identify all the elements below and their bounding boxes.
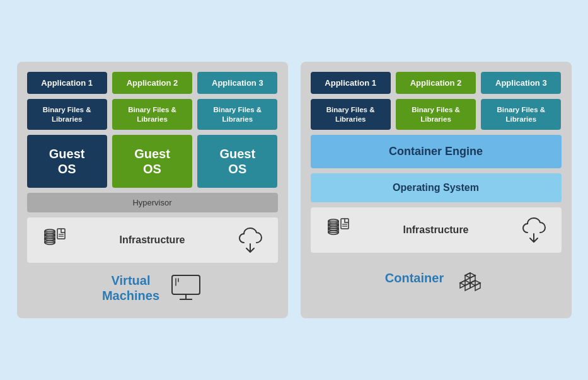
vm-diagram: Application 1 Application 2 Application … xyxy=(17,62,288,319)
svg-marker-30 xyxy=(475,283,480,291)
container-engine: Container Engine xyxy=(311,135,562,168)
vm-bin-2: Binary Files &Libraries xyxy=(112,99,192,130)
cube-icon xyxy=(454,262,487,294)
vm-guestos-1: GuestOS xyxy=(27,135,107,188)
vm-bin-1: Binary Files &Libraries xyxy=(27,99,107,130)
c-app-1: Application 1 xyxy=(311,72,391,94)
vm-apps-row: Application 1 Application 2 Application … xyxy=(27,72,278,94)
c-infrastructure: Infrastructure xyxy=(311,207,562,253)
vm-bin-3: Binary Files &Libraries xyxy=(197,99,277,130)
cloud-download-icon-container xyxy=(519,215,549,245)
vm-bin-row: Binary Files &Libraries Binary Files &Li… xyxy=(27,99,278,130)
svg-marker-33 xyxy=(470,275,475,283)
main-container: Application 1 Application 2 Application … xyxy=(4,49,584,331)
vm-guestos-3: GuestOS xyxy=(197,135,277,188)
vm-infrastructure: Infrastructure xyxy=(27,217,278,263)
cloud-download-icon-vm xyxy=(235,225,265,255)
c-infra-label: Infrastructure xyxy=(403,224,468,236)
operating-system: Operating System xyxy=(311,173,562,202)
svg-marker-27 xyxy=(465,283,470,291)
vm-guestos-row: GuestOS GuestOS GuestOS xyxy=(27,135,278,188)
container-title: Container xyxy=(385,270,444,285)
c-bin-1: Binary Files &Libraries xyxy=(311,99,391,130)
vm-app-1: Application 1 xyxy=(27,72,107,94)
c-bin-row: Binary Files &Libraries Binary Files &Li… xyxy=(311,99,562,130)
container-label-row: Container xyxy=(311,258,562,298)
c-app-2: Application 2 xyxy=(396,72,476,94)
vm-app-2: Application 2 xyxy=(112,72,192,94)
container-diagram: Application 1 Application 2 Application … xyxy=(301,62,572,319)
vm-app-3: Application 3 xyxy=(197,72,277,94)
vm-hypervisor: Hypervisor xyxy=(27,193,278,212)
c-bin-2: Binary Files &Libraries xyxy=(396,99,476,130)
vm-guestos-2: GuestOS xyxy=(112,135,192,188)
vm-infra-label: Infrastructure xyxy=(119,234,185,246)
vm-label-row: VirtualMachines xyxy=(27,268,278,308)
c-app-3: Application 3 xyxy=(481,72,561,94)
monitor-icon xyxy=(170,272,202,304)
c-bin-3: Binary Files &Libraries xyxy=(481,99,561,130)
vm-title: VirtualMachines xyxy=(102,273,159,303)
c-apps-row: Application 1 Application 2 Application … xyxy=(311,72,562,94)
server-icon xyxy=(40,225,70,255)
server-icon-container xyxy=(323,215,354,245)
